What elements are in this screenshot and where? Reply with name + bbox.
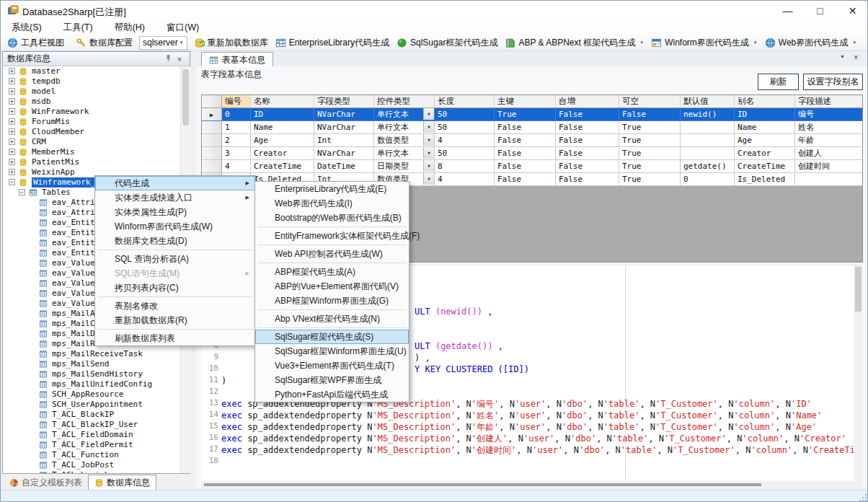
grid-cell[interactable]: False	[495, 173, 556, 186]
grid-cell[interactable]: 单行文本▼	[374, 147, 435, 160]
grid-cell[interactable]: True	[619, 147, 681, 160]
grid-column-header-字段类型[interactable]: 字段类型	[314, 95, 374, 108]
grid-row-0[interactable]: ▶0IDNVarChar单行文本▼50TrueFalseFalsenewid()…	[202, 108, 863, 121]
grid-column-header-长度[interactable]: 长度	[435, 95, 495, 108]
combo-dropdown-button[interactable]: ▼	[423, 147, 434, 159]
menubar-item-0[interactable]: 系统(S)	[1, 21, 53, 35]
grid-cell[interactable]: NVarChar	[314, 108, 374, 121]
grid-cell[interactable]: NVarChar	[314, 147, 374, 160]
grid-row-1[interactable]: 1NameNVarChar单行文本▼50FalseFalseTrueName姓名	[202, 121, 863, 134]
close-button[interactable]: ✕	[836, 1, 868, 21]
grid-cell[interactable]: False	[556, 160, 619, 173]
grid-cell[interactable]: 数值类型▼	[374, 134, 435, 147]
grid-cell[interactable]: 3	[222, 147, 251, 160]
pin-icon[interactable]	[162, 54, 174, 63]
sql-vertical-scrollbar[interactable]	[854, 265, 863, 480]
context-menu-item-重新加载数据库(R)[interactable]: 重新加载数据库(R)	[95, 313, 255, 327]
grid-cell[interactable]: ID	[735, 108, 795, 121]
context-menu-item-Winform界面代码生成(W)[interactable]: Winform界面代码生成(W)	[95, 219, 255, 234]
toolbar-button-Web界面代码生成[interactable]: Web界面代码生成▼	[761, 35, 860, 50]
grid-cell[interactable]: False	[556, 134, 619, 147]
combo-dropdown-button[interactable]: ▼	[423, 121, 434, 133]
grid-cell[interactable]: 姓名	[795, 121, 863, 134]
combo-dropdown-button[interactable]: ▼	[423, 134, 434, 146]
dropdown-arrow-icon[interactable]: ▼	[852, 40, 856, 45]
grid-row-4[interactable]: 4CreateTimeDateTime日期类型▼8FalseFalseTrueg…	[202, 160, 863, 173]
grid-cell[interactable]: False	[619, 108, 681, 121]
submenu-item-Abp VNext框架代码生成(N)[interactable]: Abp VNext框架代码生成(N)	[255, 312, 409, 326]
grid-cell[interactable]: 0	[681, 173, 735, 186]
grid-cell[interactable]: False	[495, 160, 556, 173]
grid-column-header-主键[interactable]: 主键	[495, 95, 556, 108]
tab-close-icon[interactable]: ×	[854, 53, 858, 61]
grid-cell[interactable]: Name	[735, 121, 795, 134]
grid-cell[interactable]	[795, 173, 863, 186]
grid-cell[interactable]: 50	[435, 147, 495, 160]
context-menu-item-数据库文档生成(D)[interactable]: 数据库文档生成(D)	[95, 234, 255, 248]
grid-cell[interactable]: 编号	[795, 108, 863, 121]
expand-icon[interactable]: +	[9, 108, 15, 115]
combo-dropdown-button[interactable]: ▼	[423, 173, 434, 185]
grid-cell[interactable]: DateTime	[314, 160, 374, 173]
grid-cell[interactable]: Age	[735, 134, 795, 147]
toolbar-button-SqlSugar框架代码生成[interactable]: SqlSugar框架代码生成	[393, 35, 501, 50]
combo-dropdown-button[interactable]: ▼	[423, 108, 434, 120]
tree-scrollbar-thumb[interactable]	[182, 69, 189, 126]
grid-cell[interactable]: True	[495, 108, 556, 121]
grid-column-header-字段描述[interactable]: 字段描述	[795, 95, 863, 108]
grid-cell[interactable]: getdate()	[681, 160, 735, 173]
grid-column-header-默认值[interactable]: 默认值	[681, 95, 735, 108]
grid-cell[interactable]	[681, 147, 735, 160]
grid-cell[interactable]: ID	[251, 108, 314, 121]
row-selector[interactable]	[202, 147, 222, 160]
panel-close-icon[interactable]: ×	[174, 55, 185, 63]
grid-cell[interactable]: 0	[222, 108, 251, 121]
grid-cell[interactable]: False	[556, 108, 619, 121]
toolbar-button-ABP & ABPNext 框架代码生成[interactable]: ABP & ABPNext 框架代码生成▼	[501, 35, 647, 50]
submenu-item-Web API控制器代码生成(W)[interactable]: Web API控制器代码生成(W)	[255, 247, 409, 261]
collapse-icon[interactable]: −	[9, 179, 15, 185]
toolbar-button-工具栏视图[interactable]: 工具栏视图	[4, 35, 68, 50]
grid-cell[interactable]: NVarChar	[314, 121, 374, 134]
submenu-item-SqlSugar框架代码生成(S)[interactable]: SqlSugar框架代码生成(S)	[255, 330, 409, 344]
grid-cell[interactable]: 单行文本▼	[374, 108, 435, 121]
expand-icon[interactable]: +	[9, 149, 15, 155]
grid-cell[interactable]: Int	[314, 134, 374, 147]
expand-icon[interactable]: +	[9, 128, 15, 135]
submenu-item-EnterpriseLibrary代码生成(E)[interactable]: EnterpriseLibrary代码生成(E)	[255, 182, 409, 196]
submenu-item-ABP框架代码生成(A)[interactable]: ABP框架代码生成(A)	[255, 265, 409, 279]
submenu-item-ABP的Vue+Element界面代码(V)[interactable]: ABP的Vue+Element界面代码(V)	[255, 279, 409, 294]
grid-row-2[interactable]: 2AgeInt数值类型▼4FalseFalseTrueAge年龄	[202, 134, 863, 147]
grid-cell[interactable]: False	[495, 121, 556, 134]
grid-cell[interactable]: False	[556, 173, 619, 186]
expand-icon[interactable]: +	[9, 169, 15, 175]
grid-cell[interactable]: False	[495, 134, 556, 147]
menubar-item-1[interactable]: 工具(T)	[53, 21, 104, 35]
current-row-indicator[interactable]: ▶	[202, 108, 222, 121]
maximize-button[interactable]: □	[804, 1, 836, 21]
grid-cell[interactable]: 单行文本▼	[374, 121, 435, 134]
submenu-item-Bootstrap的Web界面代码生成(B)[interactable]: Bootstrap的Web界面代码生成(B)	[255, 211, 409, 225]
grid-cell[interactable]	[681, 121, 735, 134]
grid-column-header-名称[interactable]: 名称	[251, 95, 314, 108]
tab-list-dropdown-icon[interactable]: ▼	[840, 54, 845, 59]
expand-icon[interactable]: +	[9, 68, 15, 74]
submenu-item-EntityFramework实体框架代码生成(F)[interactable]: EntityFramework实体框架代码生成(F)	[255, 229, 409, 243]
submenu-item-SqlSugar框架Winform界面生成(U)[interactable]: SqlSugar框架Winform界面生成(U)	[255, 344, 409, 358]
context-menu-item-拷贝列表内容(C)[interactable]: 拷贝列表内容(C)	[95, 281, 255, 295]
context-menu-item-代码生成[interactable]: 代码生成▶	[95, 176, 255, 190]
submenu-item-ABP框架Winform界面生成(G)[interactable]: ABP框架Winform界面生成(G)	[255, 294, 409, 308]
grid-cell[interactable]: False	[556, 147, 619, 160]
grid-cell[interactable]: 创建人	[795, 147, 863, 160]
grid-cell[interactable]: CreateTime	[735, 160, 795, 173]
toolbar-button-Winform界面代码生成[interactable]: Winform界面代码生成▼	[647, 35, 761, 50]
expand-icon[interactable]: +	[9, 118, 15, 125]
grid-cell[interactable]: 年龄	[795, 134, 863, 147]
grid-cell[interactable]: 日期类型▼	[374, 160, 435, 173]
expand-icon[interactable]: +	[9, 78, 15, 84]
grid-cell[interactable]: 1	[222, 121, 251, 134]
context-menu-item-实体类属性生成(P)[interactable]: 实体类属性生成(P)	[95, 205, 255, 219]
row-selector[interactable]	[202, 160, 222, 173]
grid-cell[interactable]: 8	[435, 160, 495, 173]
grid-cell[interactable]: False	[495, 147, 556, 160]
